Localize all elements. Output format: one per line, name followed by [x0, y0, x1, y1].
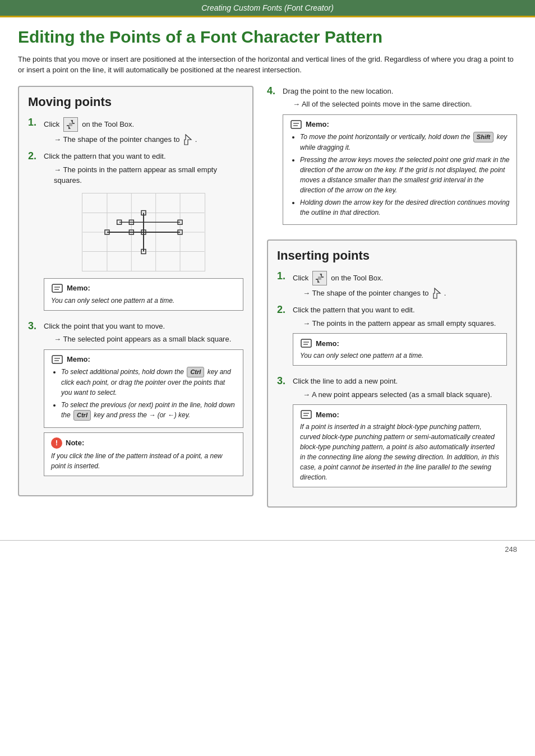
- svg-marker-3: [185, 135, 191, 145]
- shift-badge: Shift: [473, 132, 494, 142]
- ctrl-badge-1: Ctrl: [187, 367, 204, 377]
- grid-diagram: [44, 193, 243, 271]
- svg-rect-36: [301, 339, 311, 347]
- svg-rect-23: [52, 284, 62, 292]
- top-header: Creating Custom Fonts (Font Creator): [0, 0, 535, 17]
- inserting-step-2: 2. Click the pattern that you want to ed…: [277, 305, 507, 370]
- toolbox-icon-insert-1[interactable]: [312, 271, 327, 285]
- header-title: Creating Custom Fonts (Font Creator): [201, 3, 334, 12]
- moving-step-4: 4. Drag the point to the new location. A…: [267, 86, 517, 229]
- memo-icon-1: [51, 283, 63, 293]
- moving-step-1: 1. Click on the Tool Box.: [28, 117, 243, 146]
- moving-memo-3: Memo: To move the point horizontally or …: [283, 114, 517, 225]
- inserting-memo-2: Memo: If a point is inserted in a straig…: [293, 404, 507, 487]
- note-icon: !: [51, 437, 62, 449]
- svg-marker-35: [433, 288, 440, 298]
- toolbox-icon-move-1[interactable]: [63, 117, 78, 132]
- moving-note: ! Note: If you click the line of the pat…: [44, 432, 243, 476]
- moving-step-2: 2. Click the pattern that you want to ed…: [28, 151, 243, 315]
- inserting-points-title: Inserting points: [277, 248, 507, 263]
- svg-rect-29: [291, 121, 301, 128]
- memo-icon-ins-2: [300, 409, 312, 420]
- ctrl-badge-2: Ctrl: [73, 410, 91, 421]
- inserting-points-section: Inserting points 1. Click: [267, 239, 517, 508]
- moving-step-3: 3. Click the point that you want to move…: [28, 321, 243, 481]
- moving-memo-2: Memo: To select additional points, hold …: [44, 349, 243, 428]
- page-number: 248: [0, 540, 535, 556]
- moving-memo-1: Memo: You can only select one pattern at…: [44, 278, 243, 311]
- memo-icon-ins-1: [300, 338, 312, 348]
- intro-text: The points that you move or insert are p…: [18, 54, 517, 76]
- moving-points-section: Moving points 1. Click: [18, 86, 253, 496]
- memo-icon-2: [51, 354, 63, 365]
- svg-rect-34: [318, 276, 321, 280]
- inserting-step-1: 1. Click on the Tool Box.: [277, 271, 507, 299]
- inserting-memo-1: Memo: You can only select one pattern at…: [293, 333, 507, 366]
- inserting-step-3: 3. Click the line to add a new point. A …: [277, 376, 507, 492]
- svg-rect-39: [301, 411, 311, 418]
- moving-points-title: Moving points: [28, 95, 243, 109]
- svg-rect-26: [52, 356, 62, 363]
- moving-step-4-container: 4. Drag the point to the new location. A…: [267, 86, 517, 229]
- memo-icon-3: [290, 119, 302, 130]
- svg-rect-2: [69, 123, 72, 126]
- page-title: Editing the Points of a Font Character P…: [18, 27, 517, 47]
